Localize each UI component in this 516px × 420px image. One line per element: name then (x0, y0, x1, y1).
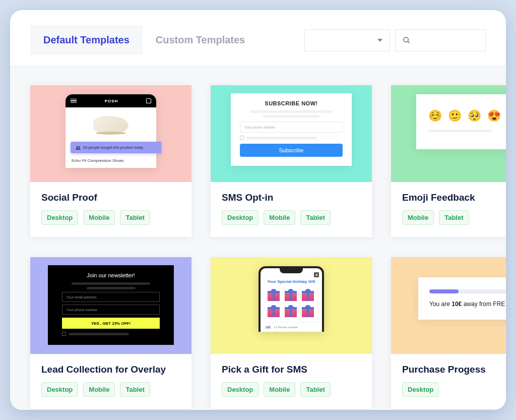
app-window: Default Templates Custom Templates POSH (10, 10, 506, 410)
emoji-icon: 🥺 (468, 109, 481, 123)
cta-button: YES , GET 15% OFF! (62, 318, 160, 329)
proof-text: 63 people bought this product today (83, 145, 143, 150)
template-card-lead-collection[interactable]: Join our newsletter! Your email address … (30, 257, 191, 409)
tab-custom-templates[interactable]: Custom Templates (143, 25, 258, 55)
phone-placeholder: +1 Phone number (274, 326, 298, 329)
card-tags: Desktop Mobile Tablet (41, 210, 180, 225)
modal-heading: SUBSCRIBE NOW! (240, 100, 343, 106)
checkbox-icon (240, 136, 244, 140)
content-area: POSH 63 people bought this product today… (10, 65, 506, 410)
tag: Tablet (120, 210, 150, 225)
tag: Tablet (300, 382, 330, 397)
tag: Mobile (264, 382, 295, 397)
tag: Tablet (439, 210, 469, 225)
svg-point-2 (77, 146, 78, 148)
country-tag: US (265, 325, 272, 329)
card-title: Social Proof (41, 192, 180, 203)
card-title: SMS Opt-in (222, 192, 361, 203)
phone-input: Your phone number (240, 122, 343, 133)
gift-icon (285, 305, 297, 317)
card-tags: Mobile Tablet (402, 210, 506, 225)
svg-line-1 (408, 41, 409, 43)
checkbox-icon (62, 332, 66, 336)
product-image (93, 116, 128, 134)
card-preview: You are 10€ away from FRE (391, 257, 506, 354)
progress-bar (429, 289, 506, 293)
template-card-emoji-feedback[interactable]: ☺️ 🙂 🥺 😍 Emoji Feedback Mobile Tablet (391, 85, 506, 237)
close-icon: ✕ (314, 272, 319, 277)
people-icon (76, 146, 81, 150)
shopping-bag-icon (146, 98, 151, 103)
template-card-sms-optin[interactable]: SUBSCRIBE NOW! Your phone number Subscri… (211, 85, 372, 237)
card-title: Lead Collection for Overlay (41, 364, 180, 375)
template-card-social-proof[interactable]: POSH 63 people bought this product today… (30, 85, 191, 237)
emoji-row: ☺️ 🙂 🥺 😍 (428, 109, 506, 123)
tag: Tablet (120, 382, 150, 397)
search-input[interactable] (395, 29, 486, 51)
tabs: Default Templates Custom Templates (30, 25, 258, 55)
tag: Tablet (300, 210, 330, 225)
gift-heading: Your Special Holiday Gift (261, 279, 322, 284)
card-title: Purchase Progess (402, 364, 506, 375)
phone-notch (280, 268, 303, 273)
card-preview: Join our newsletter! Your email address … (30, 257, 191, 354)
brand-label: POSH (105, 99, 118, 103)
card-preview: ☺️ 🙂 🥺 😍 (391, 85, 506, 182)
filter-dropdown[interactable] (304, 29, 390, 51)
gift-icon (302, 289, 314, 301)
emoji-icon: 🙂 (448, 109, 462, 123)
emoji-icon: ☺️ (428, 109, 442, 123)
email-input: Your email address (62, 292, 160, 302)
card-preview: POSH 63 people bought this product today… (30, 85, 191, 182)
gift-icon (285, 289, 297, 301)
tag: Mobile (402, 210, 434, 225)
gift-icon (268, 289, 280, 301)
topbar: Default Templates Custom Templates (10, 10, 506, 65)
tag: Mobile (83, 210, 115, 225)
tag: Mobile (264, 210, 295, 225)
product-caption: Echo Fit Compression Shoes (66, 156, 156, 168)
chevron-down-icon (377, 39, 382, 42)
tag: Desktop (402, 382, 439, 397)
gift-icon (268, 305, 280, 317)
template-card-pick-a-gift[interactable]: ✕ Your Special Holiday Gift US (211, 257, 372, 409)
modal-heading: Join our newsletter! (62, 272, 160, 278)
emoji-icon: 😍 (487, 109, 501, 123)
tag: Desktop (41, 382, 78, 397)
card-tags: Desktop Mobile Tablet (222, 382, 361, 397)
tag: Mobile (83, 382, 115, 397)
card-title: Pick a Gift for SMS (222, 364, 361, 375)
hamburger-icon (71, 99, 77, 103)
search-icon (403, 36, 411, 44)
progress-text: You are 10€ away from FRE (429, 301, 506, 308)
svg-point-3 (79, 146, 80, 148)
tab-default-templates[interactable]: Default Templates (30, 25, 143, 55)
tag: Desktop (41, 210, 78, 225)
template-card-purchase-progress[interactable]: You are 10€ away from FRE Purchase Proge… (391, 257, 506, 409)
social-proof-pill: 63 people bought this product today (71, 142, 161, 153)
tag: Desktop (222, 382, 259, 397)
card-tags: Desktop (402, 382, 506, 397)
tag: Desktop (222, 210, 259, 225)
card-tags: Desktop Mobile Tablet (41, 382, 180, 397)
card-title: Emoji Feedback (402, 192, 506, 203)
card-preview: ✕ Your Special Holiday Gift US (211, 257, 372, 354)
template-grid: POSH 63 people bought this product today… (30, 85, 486, 409)
gift-icon (302, 305, 314, 317)
card-tags: Desktop Mobile Tablet (222, 210, 361, 225)
card-preview: SUBSCRIBE NOW! Your phone number Subscri… (211, 85, 372, 182)
svg-point-0 (404, 37, 408, 42)
subscribe-button: Subscribe (240, 144, 343, 157)
phone-input: Your phone number (62, 305, 160, 315)
